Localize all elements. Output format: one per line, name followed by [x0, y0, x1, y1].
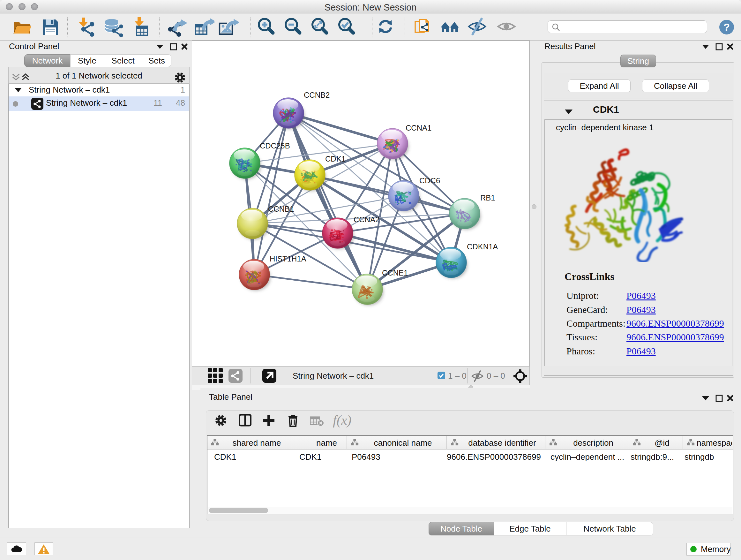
svg-text:CCNA1: CCNA1	[406, 124, 431, 132]
svg-text:CCNA2: CCNA2	[354, 215, 380, 224]
svg-text:HIST1H1A: HIST1H1A	[270, 254, 307, 263]
svg-text:CDC6: CDC6	[419, 176, 440, 185]
svg-text:RB1: RB1	[480, 193, 495, 202]
svg-text:CCNB1: CCNB1	[268, 205, 294, 213]
svg-text:CDK1: CDK1	[325, 154, 346, 163]
svg-text:CCNB2: CCNB2	[304, 91, 330, 99]
svg-text:CDC25B: CDC25B	[260, 141, 290, 150]
svg-text:CDKN1A: CDKN1A	[467, 242, 498, 251]
svg-text:CCNE1: CCNE1	[382, 268, 408, 277]
